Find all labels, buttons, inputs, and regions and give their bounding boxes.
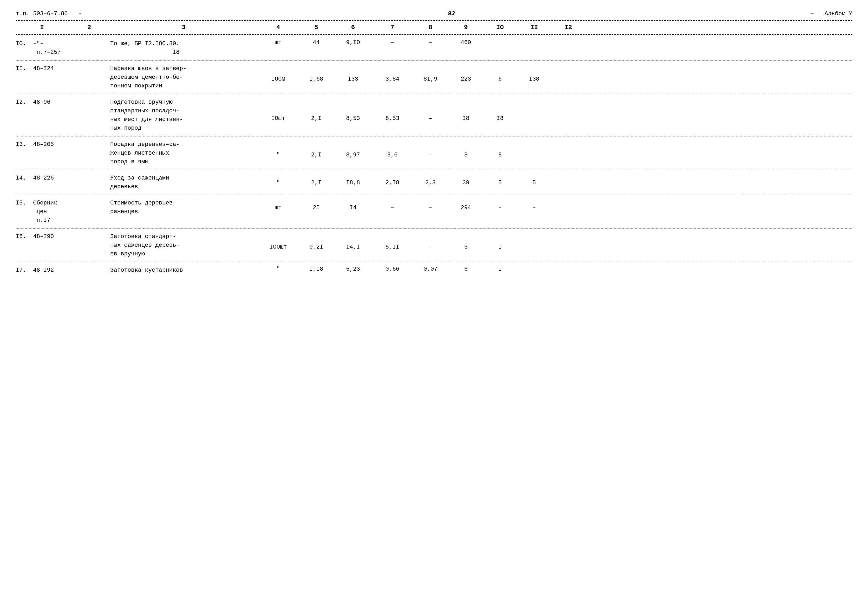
cell-row16-col1: I6. 48–I90 <box>16 232 68 241</box>
cell-row11-col9: 223 <box>449 64 483 83</box>
cell-row17-col11: – <box>517 266 551 272</box>
cell-row17-col1: I7. 48–I92 <box>16 266 68 275</box>
cell-row13-col1: I3. 48–205 <box>16 140 68 149</box>
col-header-9: 9 <box>449 24 483 31</box>
cell-row16-col9: 3 <box>449 232 483 250</box>
cell-row13-col8: – <box>412 140 449 158</box>
cell-row11-col5: I,68 <box>299 64 333 83</box>
col-header-4: 4 <box>257 24 299 31</box>
cell-row12-col6: 8,53 <box>333 98 373 122</box>
cell-row17-col7: 0,66 <box>373 266 412 272</box>
cell-row11-col8: 8I,9 <box>412 64 449 83</box>
cell-row10-col4: шт <box>257 39 299 46</box>
col-header-10: IO <box>483 24 517 31</box>
col-header-1: I <box>16 24 68 31</box>
cell-row10-col1: IO. –"– п.7–257 <box>16 39 68 57</box>
cell-row12-col9: I8 <box>449 98 483 122</box>
cell-row13-col4: " <box>257 140 299 158</box>
cell-row13-col7: 3,6 <box>373 140 412 158</box>
cell-row10-col7: – <box>373 39 412 46</box>
header-row: т.п. 503–6–7.86 – 93 – Альбом У <box>16 10 852 18</box>
cell-row16-col5: 0,2I <box>299 232 333 250</box>
cell-row16-col10: I <box>483 232 517 250</box>
cell-row11-col3: Нарезка швов в затвер-девевшем цементно-… <box>110 64 257 90</box>
cell-row17-col10: I <box>483 266 517 272</box>
cell-row11-col1: II. 48–I24 <box>16 64 68 73</box>
cell-row14-col3: Уход за саженцамидеревьев <box>110 174 257 191</box>
cell-row15-col11: – <box>517 199 551 211</box>
cell-row14-col4: " <box>257 174 299 186</box>
cell-row15-col3: Стоимость деревьев–саженцев <box>110 199 257 216</box>
cell-row10-col8: – <box>412 39 449 46</box>
cell-row16-col6: I4,I <box>333 232 373 250</box>
table-row: I6. 48–I90 Заготовка стандарт-ных саженц… <box>16 229 852 262</box>
cell-row12-col4: IOшт <box>257 98 299 122</box>
cell-row14-col9: 39 <box>449 174 483 186</box>
cell-row12-col1: I2. 48–96 <box>16 98 68 106</box>
cell-row12-col10: I8 <box>483 98 517 122</box>
cell-row10-col9: 460 <box>449 39 483 46</box>
cell-row12-col3: Подготовка вручнуюстандартных посадоч-ны… <box>110 98 257 133</box>
cell-row15-col5: 2I <box>299 199 333 211</box>
cell-row15-col6: I4 <box>333 199 373 211</box>
cell-row13-col6: 3,97 <box>333 140 373 158</box>
cell-row11-col11: I38 <box>517 64 551 83</box>
header-album: Альбом У <box>824 10 852 17</box>
cell-row11-col10: 6 <box>483 64 517 83</box>
col-headers-row: I 2 3 4 5 6 7 8 9 IO II I2 <box>16 22 852 33</box>
cell-row13-col5: 2,I <box>299 140 333 158</box>
cell-row15-col9: 294 <box>449 199 483 211</box>
cell-row17-col4: " <box>257 266 299 272</box>
cell-row11-col6: I33 <box>333 64 373 83</box>
header-dash2: – <box>810 10 814 17</box>
cell-row17-col3: Заготовка кустарников <box>110 266 257 275</box>
col-header-3: 3 <box>110 24 257 31</box>
cell-row11-col7: 3,84 <box>373 64 412 83</box>
cell-row10-col5: 44 <box>299 39 333 46</box>
cell-row16-col3: Заготовка стандарт-ных саженцев деревь-е… <box>110 232 257 258</box>
col-header-5: 5 <box>299 24 333 31</box>
cell-row15-col1: I5. Сборник цен п.I7 <box>16 199 68 225</box>
table-row: IO. –"– п.7–257 То же, БР I2.IOO.30. I8 … <box>16 36 852 61</box>
col-header-2: 2 <box>68 24 110 31</box>
col-header-6: 6 <box>333 24 373 31</box>
cell-row11-col4: IOOм <box>257 64 299 83</box>
header-dash1: – <box>78 10 82 17</box>
table-row: I5. Сборник цен п.I7 Стоимость деревьев–… <box>16 195 852 229</box>
cell-row12-col8: – <box>412 98 449 122</box>
cell-row15-col7: – <box>373 199 412 211</box>
cell-row12-col7: 8,53 <box>373 98 412 122</box>
header-num: 93 <box>92 10 810 17</box>
cell-row15-col4: шт <box>257 199 299 211</box>
table-row: I7. 48–I92 Заготовка кустарников " I,I8 … <box>16 262 852 278</box>
cell-row17-col9: 6 <box>449 266 483 272</box>
col-header-8: 8 <box>412 24 449 31</box>
cell-row12-col5: 2,I <box>299 98 333 122</box>
cell-row14-col5: 2,I <box>299 174 333 186</box>
dashed-line-1 <box>16 20 852 21</box>
cell-row14-col11: 5 <box>517 174 551 186</box>
cell-row14-col10: 5 <box>483 174 517 186</box>
cell-row14-col6: I8,8 <box>333 174 373 186</box>
cell-row17-col6: 5,23 <box>333 266 373 272</box>
cell-row16-col4: IOOшт <box>257 232 299 250</box>
cell-row14-col1: I4. 48–226 <box>16 174 68 182</box>
cell-row17-col5: I,I8 <box>299 266 333 272</box>
cell-row16-col8: – <box>412 232 449 250</box>
cell-row13-col10: 8 <box>483 140 517 158</box>
table-row: I2. 48–96 Подготовка вручнуюстандартных … <box>16 94 852 136</box>
page-container: т.п. 503–6–7.86 – 93 – Альбом У I 2 3 4 … <box>16 10 852 278</box>
header-title: т.п. 503–6–7.86 <box>16 10 68 17</box>
table-row: II. 48–I24 Нарезка швов в затвер-девевше… <box>16 61 852 94</box>
cell-row13-col9: 8 <box>449 140 483 158</box>
cell-row17-col8: 0,07 <box>412 266 449 272</box>
dashed-line-2 <box>16 34 852 35</box>
cell-row14-col8: 2,3 <box>412 174 449 186</box>
cell-row14-col7: 2,I8 <box>373 174 412 186</box>
col-header-7: 7 <box>373 24 412 31</box>
col-header-12: I2 <box>551 24 585 31</box>
cell-row10-col6: 9,IO <box>333 39 373 46</box>
cell-row13-col3: Посадка деревьев–са-женцев лиственныхпор… <box>110 140 257 166</box>
cell-row15-col8: – <box>412 199 449 211</box>
table-row: I3. 48–205 Посадка деревьев–са-женцев ли… <box>16 136 852 170</box>
